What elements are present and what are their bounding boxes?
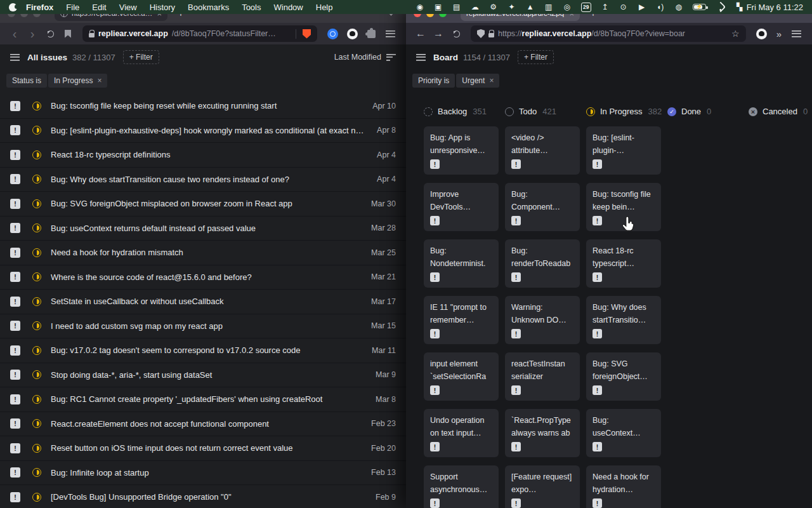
issue-card[interactable]: Bug: Nondeterminist. xyxy=(424,239,499,288)
vercel-icon[interactable]: ▲ xyxy=(526,0,535,14)
upload-icon[interactable]: ↥ xyxy=(601,0,610,14)
add-filter-button[interactable]: + Filter xyxy=(123,50,159,64)
issue-card[interactable]: Bug: Why does startTransitio… xyxy=(586,296,661,344)
sidebar-menu-icon[interactable] xyxy=(10,54,20,61)
issue-row[interactable]: Bug: Why does startTransition cause two … xyxy=(0,168,406,192)
menu-item-history[interactable]: History xyxy=(143,3,181,12)
cloud-icon[interactable]: ☁ xyxy=(471,0,480,14)
reload-button[interactable] xyxy=(42,30,58,37)
menu-item-file[interactable]: File xyxy=(60,3,86,12)
bookmark-button[interactable] xyxy=(60,30,76,38)
issue-card[interactable]: IE 11 "prompt to remember… xyxy=(424,296,499,344)
wallet-icon[interactable]: ▤ xyxy=(452,0,461,14)
issue-card[interactable]: Bug: [eslint-plugin-… xyxy=(586,126,661,175)
issue-card[interactable]: Bug: renderToReadab xyxy=(505,239,580,288)
reload-button[interactable] xyxy=(448,30,464,37)
issue-row[interactable]: I need to add custom svg map on my react… xyxy=(0,314,406,339)
remove-filter-icon[interactable]: × xyxy=(97,76,102,85)
extensions-icon[interactable] xyxy=(367,30,376,38)
issue-date: Mar 21 xyxy=(371,272,396,281)
screen-record-icon[interactable]: ◉ xyxy=(416,0,424,14)
issue-card[interactable]: [Feature request] expo… xyxy=(505,465,580,508)
menu-item-bookmarks[interactable]: Bookmarks xyxy=(181,3,235,12)
sidebar-menu-icon[interactable] xyxy=(416,54,426,61)
issue-card[interactable]: <video /> attribute… xyxy=(505,126,580,175)
dropbox-icon[interactable]: ✦ xyxy=(508,0,516,14)
issue-row[interactable]: Bug: SVG foreignObject misplaced on brow… xyxy=(0,192,406,217)
issue-card[interactable]: Bug: tsconfig file keep bein… xyxy=(586,183,661,231)
github-extension-icon[interactable] xyxy=(347,29,358,39)
wifi-icon[interactable] xyxy=(716,3,726,11)
issue-row[interactable]: Where is the source code of react@15.6.0… xyxy=(0,265,406,290)
issue-row[interactable]: React 18-rc typescript definitionsApr 4 xyxy=(0,143,406,168)
onepassword-icon[interactable]: ◎ xyxy=(563,0,572,14)
left-url-bar[interactable]: repliear.vercel.app /d/8bTaoq7F0e?status… xyxy=(82,25,317,42)
issue-card[interactable]: Bug: useContext… xyxy=(586,409,661,457)
menu-item-view[interactable]: View xyxy=(113,3,143,12)
issue-row[interactable]: SetState in useCallback or without useCa… xyxy=(0,290,406,314)
issue-row[interactable]: Bug: Infinite loop at startupFeb 13 xyxy=(0,461,406,486)
issue-card[interactable]: input element `setSelectionRa xyxy=(424,352,499,401)
issue-row[interactable]: Stop doing data-*, aria-*, start using d… xyxy=(0,363,406,388)
browser-menu-icon[interactable] xyxy=(386,30,395,37)
menu-item-help[interactable]: Help xyxy=(310,3,339,12)
apple-logo-icon[interactable] xyxy=(9,3,17,11)
issue-row[interactable]: Bug: v17.0.2 tag doesn't seem to corresp… xyxy=(0,338,406,363)
issue-card[interactable]: Warning: Unknown DO… xyxy=(505,296,580,344)
play-icon[interactable]: ▶ xyxy=(638,0,646,14)
tracking-protection-shield-icon[interactable] xyxy=(477,29,485,38)
menu-item-edit[interactable]: Edit xyxy=(86,3,112,12)
issue-card[interactable]: Improve DevTools… xyxy=(424,183,499,231)
github-extension-icon[interactable] xyxy=(756,29,767,39)
filter-value-chip[interactable]: Urgent × xyxy=(456,74,499,88)
back-button[interactable]: ← xyxy=(412,24,429,43)
right-url-bar[interactable]: https:// repliear.vercel.app /d/8bTaoq7F… xyxy=(471,25,746,42)
docker-icon[interactable]: ⚙ xyxy=(489,0,498,14)
filter-value-chip[interactable]: In Progress × xyxy=(48,74,107,88)
issue-row[interactable]: Bug: [eslint-plugin-exhaustive-deps] hoo… xyxy=(0,119,406,144)
filter-field-chip[interactable]: Priority is xyxy=(412,74,455,88)
volume-icon[interactable]: ◖) xyxy=(656,0,665,14)
sort-control[interactable]: Last Modified xyxy=(334,53,396,62)
add-filter-button[interactable]: + Filter xyxy=(518,50,554,64)
issue-row[interactable]: Reset button on iOS time input does not … xyxy=(0,436,406,461)
issue-card[interactable]: Bug: App is unresponsive… xyxy=(424,126,499,175)
issue-row[interactable]: Bug: useContext returns default instead … xyxy=(0,217,406,241)
issue-card[interactable]: Bug: Component… xyxy=(505,183,580,231)
issue-card[interactable]: Bug: SVG foreignObject… xyxy=(586,352,661,401)
issue-row[interactable]: Bug: tsconfig file keep being reset whil… xyxy=(0,94,406,119)
issue-card[interactable]: React 18-rc typescript… xyxy=(586,239,661,288)
forward-button[interactable]: → xyxy=(430,24,447,43)
power-icon[interactable]: ⊙ xyxy=(619,0,628,14)
priority-urgent-icon xyxy=(10,370,20,380)
issue-row[interactable]: Bug: RC1 Cannot create property '_update… xyxy=(0,387,406,412)
issue-card[interactable]: Need a hook for hydration… xyxy=(586,465,661,508)
filter-field-chip[interactable]: Status is xyxy=(6,74,47,88)
control-center-icon[interactable]: ▚ xyxy=(735,0,744,14)
menu-item-tools[interactable]: Tools xyxy=(235,3,267,12)
issue-card[interactable]: Support asynchronous… xyxy=(424,465,499,508)
onepassword-extension-icon[interactable] xyxy=(327,29,338,39)
issue-card[interactable]: reactTestInstan serializer xyxy=(505,352,580,401)
remove-filter-icon[interactable]: × xyxy=(489,76,494,85)
brave-shield-icon[interactable] xyxy=(303,29,311,39)
alarm-icon[interactable]: ◍ xyxy=(674,0,683,14)
menu-bar-clock[interactable]: Fri May 6 11:22 xyxy=(747,3,803,12)
menu-item-window[interactable]: Window xyxy=(268,3,310,12)
issue-row[interactable]: [DevTools Bug] Unsupported Bridge operat… xyxy=(0,485,406,508)
issue-card[interactable]: Undo operation on text input… xyxy=(424,409,499,457)
battery-icon[interactable]: ⚡ xyxy=(693,4,706,10)
camera-icon[interactable]: ▣ xyxy=(434,0,443,14)
calendar-icon[interactable]: 29 xyxy=(581,3,591,12)
issue-row[interactable]: React.createElement does not accept func… xyxy=(0,412,406,437)
toolbar-overflow-icon[interactable]: » xyxy=(776,29,782,39)
issue-row[interactable]: Need a hook for hydration mismatchMar 25 xyxy=(0,241,406,265)
issue-card[interactable]: `React.PropType always warns ab xyxy=(505,409,580,457)
columns-icon[interactable]: ▥ xyxy=(544,0,553,14)
bookmark-star-icon[interactable]: ☆ xyxy=(731,29,740,39)
browser-menu-icon[interactable] xyxy=(792,30,801,37)
priority-urgent-icon xyxy=(10,174,20,184)
forward-button[interactable]: › xyxy=(24,24,41,43)
menu-item-firefox[interactable]: Firefox xyxy=(21,3,60,12)
back-button[interactable]: ‹ xyxy=(6,24,23,43)
